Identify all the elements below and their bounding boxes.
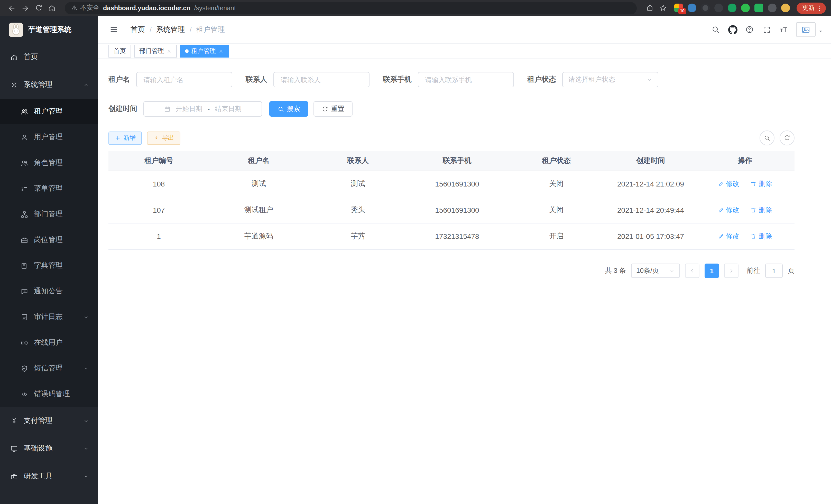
- extension-icon[interactable]: [701, 4, 710, 12]
- gear-icon: [10, 81, 18, 89]
- sidebar-item-infrastructure[interactable]: 基础设施: [0, 435, 98, 463]
- chevron-down-icon: [83, 473, 89, 479]
- add-button[interactable]: 新增: [109, 131, 142, 145]
- navbar: 首页 / 系统管理 / 租户管理: [98, 16, 831, 44]
- home-icon[interactable]: [45, 1, 59, 14]
- close-icon[interactable]: [219, 49, 224, 54]
- github-icon[interactable]: [724, 16, 741, 43]
- status-select[interactable]: 请选择租户状态: [562, 72, 658, 87]
- breadcrumb-home[interactable]: 首页: [131, 25, 145, 34]
- cell-tenant-id: 108: [109, 171, 209, 197]
- tenant-name-input[interactable]: [142, 75, 226, 84]
- sidebar-toggle[interactable]: [105, 16, 122, 43]
- toggle-search-button[interactable]: [760, 130, 774, 145]
- sidebar-item-system-management[interactable]: 系统管理: [0, 71, 98, 99]
- share-icon[interactable]: [643, 1, 656, 14]
- export-button[interactable]: 导出: [147, 131, 180, 145]
- sidebar-item-home[interactable]: 首页: [0, 43, 98, 71]
- breadcrumb: 首页 / 系统管理 / 租户管理: [131, 25, 225, 34]
- refresh-table-button[interactable]: [780, 130, 795, 145]
- refresh-icon: [322, 106, 328, 112]
- sidebar-item-sms-management[interactable]: 短信管理: [0, 356, 98, 381]
- cell-created-at: 2021-12-14 20:49:44: [606, 197, 695, 223]
- fullscreen-icon[interactable]: [758, 16, 775, 43]
- tab-label: 租户管理: [191, 47, 216, 56]
- delete-link[interactable]: 删除: [751, 179, 772, 188]
- page-1-button[interactable]: 1: [705, 264, 719, 278]
- monitor-icon: [10, 445, 18, 452]
- date-range-picker[interactable]: 开始日期 - 结束日期: [143, 101, 262, 117]
- extension-icon[interactable]: [688, 4, 696, 12]
- sidebar-item-label: 字典管理: [34, 261, 63, 270]
- reload-icon[interactable]: [32, 1, 45, 14]
- extension-icon[interactable]: [714, 4, 723, 12]
- col-tenant-id: 租户编号: [109, 151, 209, 171]
- chrome-update-button[interactable]: 更新: [797, 2, 826, 13]
- avatar[interactable]: [796, 22, 815, 37]
- sidebar-item-pay-management[interactable]: 支付管理: [0, 407, 98, 435]
- font-size-icon[interactable]: [775, 16, 792, 43]
- cell-created-at: 2021-12-14 21:02:09: [606, 171, 695, 197]
- edit-link[interactable]: 修改: [718, 206, 739, 215]
- search-button[interactable]: 搜索: [269, 101, 308, 117]
- sidebar-item-dept-management[interactable]: 部门管理: [0, 201, 98, 227]
- edit-link[interactable]: 修改: [718, 179, 739, 188]
- list-icon: [21, 185, 28, 192]
- sidebar-item-label: 菜单管理: [34, 184, 63, 193]
- breadcrumb-system[interactable]: 系统管理: [156, 25, 185, 34]
- col-tenant-name: 租户名: [209, 151, 308, 171]
- sidebar-item-tenant-management[interactable]: 租户管理: [0, 99, 98, 124]
- bookmark-star-icon[interactable]: [656, 1, 670, 14]
- tabs-bar: 首页 部门管理 租户管理: [98, 44, 831, 59]
- system-submenu: 租户管理 用户管理 角色管理 菜单管理 部门管理: [0, 99, 98, 407]
- page-size-select[interactable]: 10条/页: [631, 264, 680, 278]
- edit-link[interactable]: 修改: [718, 232, 739, 241]
- pen-icon: [718, 207, 724, 213]
- delete-link[interactable]: 删除: [751, 206, 772, 215]
- goto-page-input[interactable]: [765, 264, 783, 278]
- status-field: 租户状态 请选择租户状态: [527, 72, 658, 87]
- sidebar-item-dev-tools[interactable]: 研发工具: [0, 463, 98, 490]
- extension-icon[interactable]: [741, 4, 750, 12]
- address-bar[interactable]: 不安全 dashboard.yudao.iocoder.cn /system/t…: [65, 2, 637, 14]
- sidebar-item-user-management[interactable]: 用户管理: [0, 124, 98, 150]
- calendar-icon: [164, 106, 171, 112]
- end-date-placeholder: 结束日期: [215, 104, 241, 114]
- back-icon[interactable]: [5, 1, 19, 14]
- mobile-input[interactable]: [424, 75, 508, 84]
- reset-button[interactable]: 重置: [314, 101, 352, 117]
- chevron-down-icon: [83, 314, 89, 320]
- extension-icon[interactable]: 10: [674, 4, 683, 12]
- sidebar-item-dict-management[interactable]: 字典管理: [0, 253, 98, 278]
- security-indicator[interactable]: 不安全: [71, 4, 99, 12]
- sidebar-item-label: 错误码管理: [34, 389, 70, 399]
- extension-icon[interactable]: [728, 4, 737, 12]
- sidebar-item-label: 系统管理: [24, 80, 52, 89]
- sidebar-item-menu-management[interactable]: 菜单管理: [0, 176, 98, 201]
- extension-icon[interactable]: [768, 4, 776, 12]
- contact-input[interactable]: [280, 75, 363, 84]
- prev-page-button[interactable]: [685, 264, 699, 278]
- extension-icon[interactable]: [781, 4, 790, 12]
- delete-link[interactable]: 删除: [751, 232, 772, 241]
- tab-dept-management[interactable]: 部门管理: [134, 45, 177, 58]
- next-page-button[interactable]: [724, 264, 739, 278]
- search-icon[interactable]: [707, 16, 724, 43]
- help-icon[interactable]: [741, 16, 758, 43]
- sidebar-item-label: 短信管理: [34, 364, 63, 373]
- close-icon[interactable]: [167, 49, 172, 54]
- tab-home[interactable]: 首页: [109, 45, 131, 58]
- sidebar-item-audit-log[interactable]: 审计日志: [0, 304, 98, 330]
- sidebar-item-online-users[interactable]: 在线用户: [0, 330, 98, 356]
- app-logo[interactable]: 芋道管理系统: [0, 16, 98, 43]
- sidebar-item-role-management[interactable]: 角色管理: [0, 150, 98, 176]
- forward-icon[interactable]: [19, 1, 32, 14]
- sidebar-item-error-code-management[interactable]: 错误码管理: [0, 381, 98, 407]
- tab-tenant-management[interactable]: 租户管理: [180, 45, 229, 58]
- caret-down-icon[interactable]: [818, 28, 824, 34]
- cell-contact: 芋艿: [308, 223, 407, 249]
- shield-icon: [21, 364, 28, 372]
- sidebar-item-post-management[interactable]: 岗位管理: [0, 227, 98, 253]
- extension-icon[interactable]: [754, 4, 763, 12]
- sidebar-item-notice[interactable]: 通知公告: [0, 278, 98, 304]
